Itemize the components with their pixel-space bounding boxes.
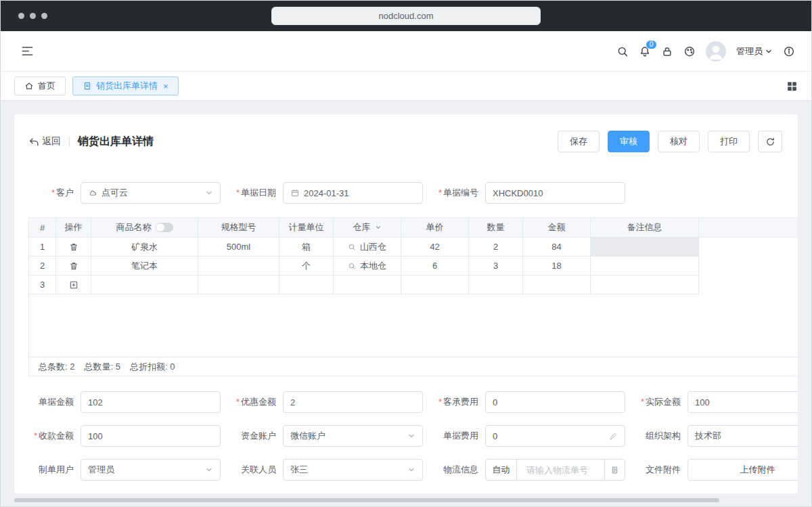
actual-amount-input[interactable]: [695, 397, 798, 407]
related-person-select[interactable]: 张三: [283, 459, 423, 481]
doc-number-label: 单据编号: [443, 188, 478, 198]
edit-icon[interactable]: [609, 432, 618, 441]
table-summary: 总条数: 2 总数量: 5 总折扣额: 0: [29, 357, 798, 376]
fund-account-field: 资金账户 微信账户: [231, 425, 423, 447]
browser-chrome: nodcloud.com: [1, 1, 811, 31]
doc-amount-input[interactable]: [88, 397, 213, 407]
required-asterisk: *: [438, 188, 442, 198]
cell-amount[interactable]: 84: [523, 238, 591, 256]
cell-remark[interactable]: [591, 257, 699, 275]
discount-amount-input[interactable]: [290, 397, 415, 407]
add-row-button[interactable]: [56, 275, 91, 294]
required-asterisk: *: [34, 431, 37, 441]
organization-input[interactable]: [695, 431, 798, 441]
check-button[interactable]: 核对: [658, 131, 700, 152]
required-asterisk: *: [236, 188, 240, 198]
received-amount-field: *收款金额: [28, 425, 221, 447]
cell-product-name[interactable]: 矿泉水: [91, 238, 198, 256]
window-dot-icon[interactable]: [30, 13, 36, 19]
window-dot-icon[interactable]: [18, 13, 24, 19]
theme-icon[interactable]: [683, 45, 696, 58]
cell-product-name[interactable]: 笔记本: [91, 257, 198, 275]
table-header: # 操作 商品名称 规格型号 计量单位 仓库 单价 数量 金额 备注信息: [29, 218, 798, 238]
form-row: 制单用户 管理员 关联人员 张三 物流信息: [28, 459, 798, 481]
row-index: 3: [29, 275, 56, 294]
delete-row-button[interactable]: [56, 238, 91, 256]
upload-attachment-button[interactable]: 上传附件: [687, 459, 798, 481]
layout-grid-icon[interactable]: [786, 81, 798, 92]
chevron-down-icon: [205, 189, 213, 197]
cell-spec[interactable]: [198, 257, 279, 275]
home-icon: [24, 81, 34, 91]
col-price: 单价: [401, 218, 469, 237]
cell-unit[interactable]: 箱: [279, 238, 334, 256]
cell-remark[interactable]: [591, 275, 699, 294]
fund-account-select[interactable]: 微信账户: [283, 425, 423, 447]
customer-fee-field: *客承费用: [433, 391, 625, 413]
cell-warehouse[interactable]: 山西仓: [334, 238, 401, 256]
doc-number-input[interactable]: [493, 188, 618, 198]
user-name: 管理员: [736, 45, 763, 58]
cell-product-name[interactable]: [91, 275, 198, 294]
cell-amount[interactable]: 18: [523, 257, 591, 275]
received-amount-input[interactable]: [88, 431, 213, 441]
logistics-auto-button[interactable]: 自动: [486, 460, 517, 480]
sidebar-fold-icon[interactable]: [21, 45, 34, 58]
cell-price[interactable]: [401, 275, 469, 294]
customer-select[interactable]: 点可云: [81, 182, 221, 204]
related-person-value: 张三: [290, 464, 308, 476]
back-button[interactable]: 返回: [28, 135, 61, 148]
address-bar[interactable]: nodcloud.com: [271, 7, 541, 25]
search-icon[interactable]: [616, 45, 629, 58]
avatar[interactable]: [706, 41, 726, 62]
cell-unit[interactable]: [279, 275, 334, 294]
cell-price[interactable]: 6: [401, 257, 469, 275]
logistics-label: 物流信息: [433, 464, 478, 476]
required-asterisk: *: [236, 397, 240, 407]
print-button[interactable]: 打印: [708, 131, 750, 152]
info-icon[interactable]: [783, 45, 795, 58]
cell-spec[interactable]: [198, 275, 279, 294]
chevron-down-icon: [407, 466, 415, 474]
window-dot-icon[interactable]: [41, 13, 47, 19]
date-picker[interactable]: 2024-01-31: [283, 182, 423, 204]
required-asterisk: *: [51, 188, 55, 198]
main-content: 返回 销货出库单详情 保存 审核 核对 打印 *客户: [1, 101, 811, 506]
col-warehouse[interactable]: 仓库: [334, 218, 401, 237]
customer-fee-label: 客承费用: [443, 397, 478, 407]
cell-amount[interactable]: [523, 275, 591, 294]
cell-remark[interactable]: [591, 238, 699, 256]
creator-select[interactable]: 管理员: [81, 459, 221, 481]
cell-qty[interactable]: 2: [469, 238, 523, 256]
refresh-button[interactable]: [758, 131, 782, 152]
user-menu[interactable]: 管理员: [736, 45, 773, 58]
logistics-number-input[interactable]: [521, 460, 600, 480]
product-name-toggle[interactable]: [156, 223, 173, 232]
cell-warehouse[interactable]: 本地仓: [334, 257, 401, 275]
close-icon[interactable]: ×: [163, 82, 168, 91]
tab-home[interactable]: 首页: [14, 76, 66, 95]
cell-qty[interactable]: [469, 275, 523, 294]
col-qty: 数量: [469, 218, 523, 237]
chevron-down-icon: [765, 47, 773, 56]
creator-value: 管理员: [88, 464, 114, 476]
cell-unit[interactable]: 个: [279, 257, 334, 275]
tab-sales-outbound-detail[interactable]: 销货出库单详情 ×: [72, 76, 179, 95]
cell-spec[interactable]: 500ml: [198, 238, 279, 256]
horizontal-scrollbar[interactable]: [14, 498, 719, 502]
tab-label: 销货出库单详情: [96, 80, 158, 92]
save-button[interactable]: 保存: [558, 131, 600, 152]
cell-price[interactable]: 42: [401, 238, 469, 256]
date-value: 2024-01-31: [304, 188, 349, 198]
delete-row-button[interactable]: [56, 257, 91, 275]
logistics-track-button[interactable]: [604, 460, 625, 480]
doc-fee-input[interactable]: [493, 431, 605, 441]
related-person-field: 关联人员 张三: [231, 459, 423, 481]
logistics-field: 物流信息 自动: [433, 459, 625, 481]
cell-warehouse[interactable]: [334, 275, 401, 294]
audit-button[interactable]: 审核: [608, 131, 650, 152]
row-index: 1: [29, 238, 56, 256]
customer-fee-input[interactable]: [493, 397, 618, 407]
lock-icon[interactable]: [661, 45, 673, 58]
cell-qty[interactable]: 3: [469, 257, 523, 275]
